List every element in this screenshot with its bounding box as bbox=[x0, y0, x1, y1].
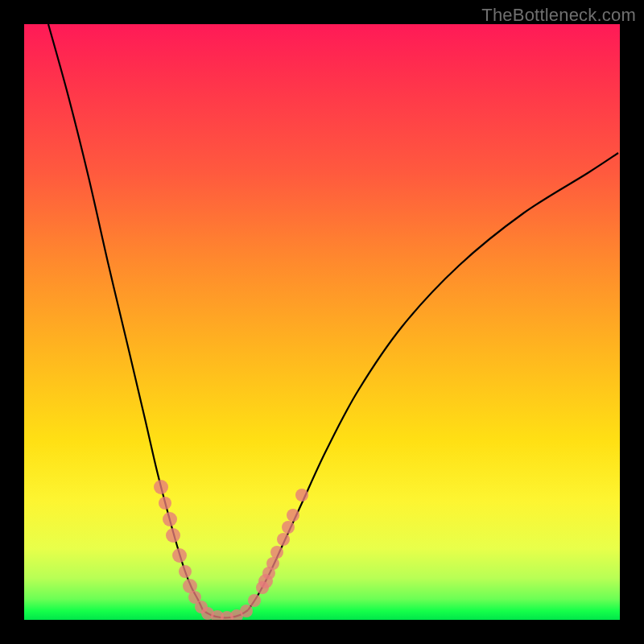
plot-area bbox=[24, 24, 620, 620]
data-marker bbox=[256, 581, 269, 594]
curve-right-branch bbox=[248, 153, 618, 610]
data-marker bbox=[270, 546, 283, 559]
curve-left-branch bbox=[48, 24, 203, 610]
data-marker bbox=[172, 548, 187, 563]
data-marker bbox=[240, 605, 253, 617]
data-marker bbox=[179, 565, 192, 578]
data-marker bbox=[159, 497, 171, 510]
data-marker bbox=[166, 528, 180, 543]
data-marker bbox=[248, 594, 261, 607]
data-marker bbox=[277, 533, 290, 546]
data-marker bbox=[154, 480, 168, 494]
data-marker bbox=[287, 509, 299, 522]
chart-frame: TheBottleneck.com bbox=[0, 0, 644, 644]
data-markers bbox=[154, 480, 308, 620]
data-marker bbox=[163, 512, 177, 526]
bottleneck-curve bbox=[48, 24, 618, 617]
chart-svg bbox=[24, 24, 620, 620]
data-marker bbox=[282, 521, 295, 534]
data-marker bbox=[295, 489, 308, 502]
watermark-text: TheBottleneck.com bbox=[481, 5, 636, 26]
data-marker bbox=[266, 557, 279, 570]
